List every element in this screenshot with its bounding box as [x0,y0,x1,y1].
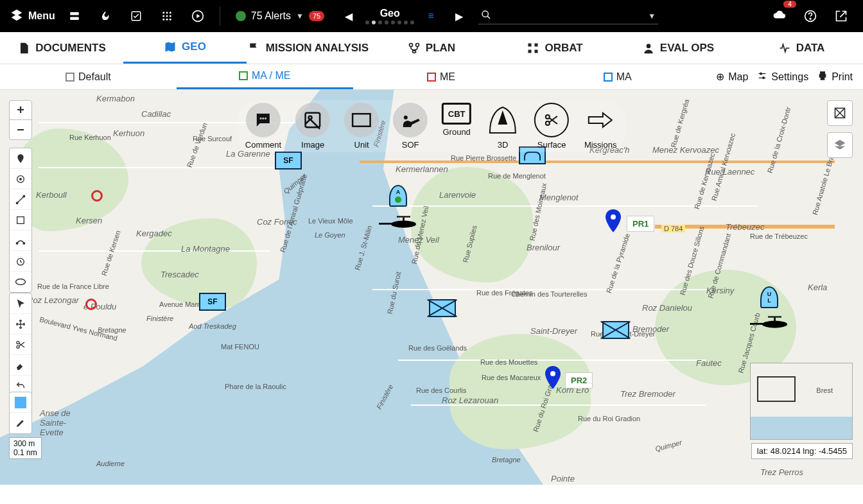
minimap[interactable]: Brest [750,363,853,440]
path-tool[interactable] [10,230,31,251]
svg-point-17 [415,43,419,46]
svg-rect-28 [397,216,410,218]
add-map-button[interactable]: ⊕Map [716,71,748,83]
settings-button[interactable]: Settings [757,71,808,83]
search-input[interactable] [495,10,644,22]
subtab-default[interactable]: Default [0,64,177,89]
unit-sf-2[interactable]: SF [199,293,226,311]
overlay-unit[interactable]: Unit [344,103,379,150]
unit-icon [344,103,379,137]
menu-button[interactable]: Menu [10,8,55,24]
alerts-dropdown[interactable]: 75 Alerts ▼ 75 [231,10,329,22]
fill-color-tool[interactable] [10,392,31,413]
comment-icon [246,103,281,137]
overlay-sof[interactable]: SOF [393,103,428,150]
basemap-switch-button[interactable] [827,100,853,126]
svg-rect-22 [535,49,538,53]
helicopter-marker-2[interactable] [750,316,795,330]
svg-point-30 [762,321,787,328]
polygon-tool[interactable] [10,210,31,230]
helicopter-marker-1[interactable] [379,216,424,230]
waypoint-pin-1[interactable] [605,209,622,232]
threat-marker-2[interactable] [85,299,97,310]
zoom-out-button[interactable]: − [10,120,31,139]
marker-tool[interactable] [10,148,31,169]
right-map-controls [827,100,853,158]
waypoint-label-pr2: PR2 [565,372,593,388]
tab-plan[interactable]: PLAN [370,32,493,64]
threat-marker-1[interactable] [91,190,103,202]
server-icon[interactable] [63,4,86,28]
subtab-ma[interactable]: MA [529,64,706,89]
shield-marker-ul[interactable]: UL [760,286,778,308]
pager-next[interactable]: ▶ [448,4,471,28]
tab-documents[interactable]: DOCUMENTS [0,32,123,64]
scale-bar: 300 m 0.1 nm [9,437,42,459]
overlay-image[interactable]: Image [295,103,330,150]
workspace-name: Geo [380,8,400,19]
overlay-surface[interactable]: Surface [534,103,569,150]
svg-point-5 [170,12,171,13]
pager-prev[interactable]: ◀ [337,4,360,28]
shield-marker-a[interactable]: A [389,185,407,207]
tab-data[interactable]: DATA [740,32,863,64]
overlay-ground[interactable]: CBTGround [442,103,471,150]
map-icon [164,40,177,53]
minimap-city-label: Brest [816,387,833,394]
flag-icon [248,42,261,55]
layers-button[interactable] [827,132,853,158]
svg-rect-21 [528,49,532,53]
play-icon[interactable] [186,4,209,28]
svg-point-54 [17,341,19,343]
search-box[interactable]: ▼ [478,8,658,24]
tab-geo[interactable]: GEO [123,32,247,64]
flame-icon[interactable] [94,4,117,28]
branch-icon [408,42,421,55]
svg-point-51 [23,242,25,244]
edit-tools [9,293,32,397]
unit-sf-1[interactable]: SF [275,152,302,169]
open-external-button[interactable] [830,4,853,28]
list-icon[interactable]: ≡ [419,4,442,28]
tab-eval-ops[interactable]: EVAL OPS [616,32,740,64]
pulse-icon [778,42,791,55]
svg-rect-33 [774,318,776,322]
svg-point-7 [166,15,168,17]
svg-point-16 [409,43,412,46]
brush-tool[interactable] [10,413,31,433]
overlay-comment[interactable]: Comment [245,103,281,150]
overlay-missions[interactable]: Missions [583,103,618,150]
circle-tool[interactable] [10,169,31,189]
subtab-ma-me[interactable]: MA / ME [177,64,353,89]
line-tool[interactable] [10,189,31,210]
timer-tool[interactable] [10,251,31,272]
svg-rect-27 [379,223,392,225]
chevron-down-icon[interactable]: ▼ [648,12,656,21]
move-tool[interactable] [10,314,31,335]
help-button[interactable] [799,4,822,28]
svg-point-13 [482,11,488,17]
overlay-3d[interactable]: 3D [485,103,520,150]
unit-infantry-1[interactable] [429,299,456,317]
zoom-in-button[interactable]: + [10,101,31,120]
print-button[interactable]: Print [817,71,853,83]
unit-infantry-2[interactable] [602,321,629,339]
workspace-pager: ◀ Geo ≡ ▶ [337,4,471,28]
subtab-me[interactable]: ME [353,64,530,89]
tab-orbat[interactable]: ORBAT [493,32,616,64]
svg-point-35 [550,371,555,376]
cut-tool[interactable] [10,335,31,355]
select-tool[interactable] [10,293,31,314]
erase-tool[interactable] [10,355,31,376]
svg-point-50 [16,242,18,244]
map-canvas[interactable]: Menglenot Bremoder Kersiny Trébeuzec Ker… [0,90,863,485]
cloud-badge: 4 [783,1,796,8]
grid-icon[interactable] [155,4,179,28]
check-icon[interactable] [125,4,148,28]
scissors-icon [534,103,569,137]
waypoint-pin-2[interactable] [545,366,561,389]
ellipse-tool[interactable] [10,272,31,292]
plane-icon [485,103,520,137]
cloud-sync-button[interactable]: 4 [768,4,791,28]
tab-mission-analysis[interactable]: MISSION ANALYSIS [247,32,370,64]
